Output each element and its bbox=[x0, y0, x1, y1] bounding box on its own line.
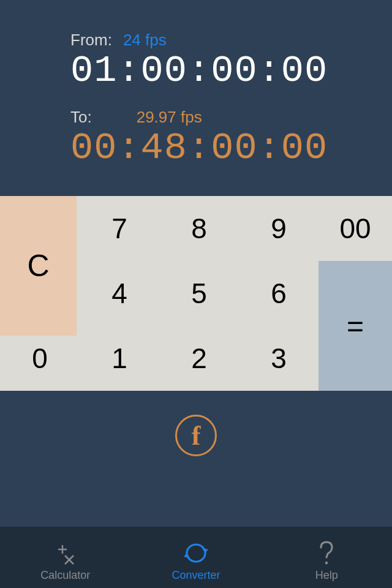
tab-help-label: Help bbox=[315, 569, 338, 582]
function-button[interactable]: f bbox=[175, 415, 217, 456]
digit-4-key[interactable]: 4 bbox=[80, 261, 159, 326]
tab-converter[interactable]: Converter bbox=[156, 540, 236, 582]
digit-6-key[interactable]: 6 bbox=[239, 261, 318, 326]
from-label: From: bbox=[70, 31, 112, 50]
clear-key[interactable]: C bbox=[0, 196, 77, 336]
calculator-icon bbox=[53, 540, 78, 567]
digit-0-key[interactable]: 0 bbox=[0, 326, 80, 391]
help-icon bbox=[317, 540, 336, 567]
digit-00-key[interactable]: 00 bbox=[318, 196, 392, 261]
to-fps-selector[interactable]: 29.97 fps bbox=[137, 108, 202, 127]
svg-point-6 bbox=[325, 562, 328, 564]
digit-5-key[interactable]: 5 bbox=[159, 261, 239, 326]
digit-7-key[interactable]: 7 bbox=[80, 196, 159, 261]
svg-marker-4 bbox=[202, 548, 208, 553]
tab-help[interactable]: Help bbox=[287, 540, 366, 582]
digit-3-key[interactable]: 3 bbox=[239, 326, 318, 391]
from-timecode-display[interactable]: 01:00:00:00 bbox=[70, 51, 392, 91]
digit-9-key[interactable]: 9 bbox=[239, 196, 318, 261]
tab-calculator[interactable]: Calculator bbox=[26, 540, 105, 582]
digit-8-key[interactable]: 8 bbox=[159, 196, 239, 261]
tab-bar: Calculator Converter Help bbox=[0, 527, 392, 588]
tab-calculator-label: Calculator bbox=[40, 569, 90, 582]
converter-icon bbox=[182, 540, 210, 567]
to-timecode-display: 00:48:00:00 bbox=[70, 128, 392, 168]
digit-2-key[interactable]: 2 bbox=[159, 326, 239, 391]
digit-1-key[interactable]: 1 bbox=[80, 326, 159, 391]
from-fps-selector[interactable]: 24 fps bbox=[123, 31, 167, 50]
equals-key[interactable]: = bbox=[318, 261, 392, 391]
to-label: To: bbox=[70, 108, 92, 127]
function-label: f bbox=[192, 420, 201, 451]
keypad: C 7 8 9 00 4 5 6 = 0 1 2 3 bbox=[0, 196, 392, 391]
svg-marker-5 bbox=[184, 553, 190, 558]
tab-converter-label: Converter bbox=[172, 569, 220, 582]
